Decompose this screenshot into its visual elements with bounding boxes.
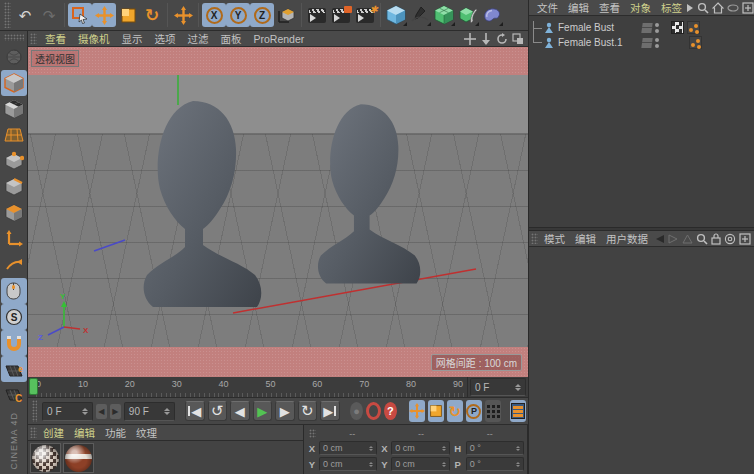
menubar-grip[interactable] (309, 429, 316, 438)
workplane-button[interactable] (1, 122, 27, 148)
y-axis-lock-button[interactable]: Y (226, 3, 250, 27)
toolbar-grip[interactable] (32, 400, 37, 422)
lock-icon[interactable] (711, 233, 721, 245)
texture-tag[interactable] (671, 21, 684, 34)
key-position-button[interactable] (409, 400, 425, 422)
pos-x-field[interactable]: 0 cm (319, 441, 377, 455)
menu-options[interactable]: 选项 (155, 31, 176, 46)
menu-prorender[interactable]: ProRender (254, 33, 305, 45)
size-x-field[interactable]: 0 cm (391, 441, 449, 455)
menu-edit[interactable]: 编辑 (74, 425, 95, 440)
search-icon[interactable] (697, 2, 709, 14)
menu-display[interactable]: 显示 (122, 31, 143, 46)
visibility-dots[interactable] (655, 38, 659, 48)
enable-axis-button[interactable] (1, 226, 27, 252)
nav-up-icon[interactable] (682, 234, 693, 244)
dolly-view-icon[interactable] (480, 33, 492, 45)
visibility-toggles[interactable] (642, 23, 659, 33)
search-icon[interactable] (696, 233, 708, 245)
play-button[interactable]: ▶ (253, 401, 273, 421)
render-view-button[interactable] (305, 3, 329, 27)
viewport-solo-button[interactable] (1, 278, 27, 304)
spinner-arrows-icon[interactable] (164, 408, 170, 415)
deformer-button[interactable] (456, 3, 480, 27)
rot-p-field[interactable]: 0 ° (466, 457, 524, 471)
menu-mode[interactable]: 模式 (544, 231, 565, 246)
menu-edit[interactable]: 编辑 (575, 231, 596, 246)
render-picture-viewer-button[interactable] (329, 3, 353, 27)
object-row-female-bust-1[interactable]: Female Bust.1 (529, 35, 754, 50)
prev-frame-button[interactable]: ◀ (230, 401, 250, 421)
range-left-button[interactable]: ◀ (96, 404, 107, 419)
object-row-female-bust[interactable]: Female Bust (529, 20, 754, 35)
autokey-button[interactable] (366, 402, 381, 420)
quantize-button[interactable]: e (1, 356, 27, 382)
edges-mode-button[interactable] (1, 174, 27, 200)
scale-tool-button[interactable] (116, 3, 140, 27)
menubar-grip[interactable] (30, 427, 37, 438)
spline-pen-button[interactable] (408, 3, 432, 27)
key-rotation-button[interactable]: ↻ (447, 400, 463, 422)
volume-button[interactable] (480, 3, 504, 27)
workplane-snap-button[interactable]: C (1, 382, 27, 408)
redo-button[interactable]: ↷ (37, 3, 61, 27)
spinner-arrows-icon[interactable] (515, 384, 521, 391)
points-mode-button[interactable] (1, 148, 27, 174)
primitive-cube-button[interactable] (384, 3, 408, 27)
menu-create[interactable]: 创建 (43, 425, 64, 440)
menu-filter[interactable]: 过滤 (188, 31, 209, 46)
key-scale-button[interactable] (428, 400, 444, 422)
undo-button[interactable]: ↶ (13, 3, 37, 27)
move-tool-button[interactable] (92, 3, 116, 27)
end-frame-field[interactable]: 90 F (124, 402, 175, 421)
coordinate-system-button[interactable] (274, 3, 298, 27)
prev-key-button[interactable]: ↺ (208, 401, 228, 421)
visibility-toggles[interactable] (642, 38, 659, 48)
menu-camera[interactable]: 摄像机 (78, 31, 110, 46)
rotate-view-icon[interactable] (496, 33, 508, 45)
home-icon[interactable] (712, 2, 724, 14)
material-checker[interactable] (30, 443, 61, 473)
toggle-view-icon[interactable] (512, 33, 524, 45)
phong-tag[interactable] (689, 36, 702, 49)
add-panel-icon[interactable] (742, 2, 754, 14)
menu-view[interactable]: 查看 (45, 31, 66, 46)
range-right-button[interactable]: ▶ (110, 404, 121, 419)
key-pla-button[interactable] (485, 400, 501, 422)
menu-texture[interactable]: 纹理 (136, 425, 157, 440)
menubar-grip[interactable] (30, 33, 37, 44)
subdivision-surface-button[interactable] (432, 3, 456, 27)
rotate-tool-button[interactable]: ↻ (140, 3, 164, 27)
history-back-icon[interactable] (654, 234, 665, 244)
workplane-lock-button[interactable] (1, 252, 27, 278)
model-mode-button[interactable] (1, 70, 27, 96)
snap-button[interactable]: S (1, 304, 27, 330)
menu-tags[interactable]: 标签 (661, 0, 682, 15)
menu-edit[interactable]: 编辑 (568, 0, 589, 15)
pan-view-icon[interactable] (464, 33, 476, 45)
x-axis-lock-button[interactable]: X (202, 3, 226, 27)
goto-end-button[interactable]: ▶ (320, 401, 340, 421)
menu-objects[interactable]: 对象 (630, 0, 651, 15)
z-axis-lock-button[interactable]: Z (250, 3, 274, 27)
add-panel-icon[interactable] (739, 233, 751, 245)
current-frame-marker[interactable] (29, 378, 38, 395)
phong-tag[interactable] (687, 21, 700, 34)
copy-at-icon[interactable] (724, 233, 736, 245)
viewport[interactable]: Y Z X 透视视图 网格间距 : 100 cm (28, 47, 528, 377)
goto-start-button[interactable]: ◀ (185, 401, 205, 421)
last-tool-button[interactable] (171, 3, 195, 27)
pos-y-field[interactable]: 0 cm (319, 457, 377, 471)
size-y-field[interactable]: 0 cm (391, 457, 449, 471)
polygons-mode-button[interactable] (1, 200, 27, 226)
menu-file[interactable]: 文件 (537, 0, 558, 15)
keyframe-presets-button[interactable] (510, 400, 526, 422)
next-key-button[interactable]: ↻ (298, 401, 318, 421)
menu-user-data[interactable]: 用户数据 (606, 231, 648, 246)
key-parameter-button[interactable]: P (466, 400, 482, 422)
object-name[interactable]: Female Bust (558, 22, 642, 33)
object-name[interactable]: Female Bust.1 (558, 37, 642, 48)
menu-view[interactable]: 查看 (599, 0, 620, 15)
viewport-scene[interactable]: Y Z X (28, 75, 528, 347)
render-settings-button[interactable]: ✱ (353, 3, 377, 27)
